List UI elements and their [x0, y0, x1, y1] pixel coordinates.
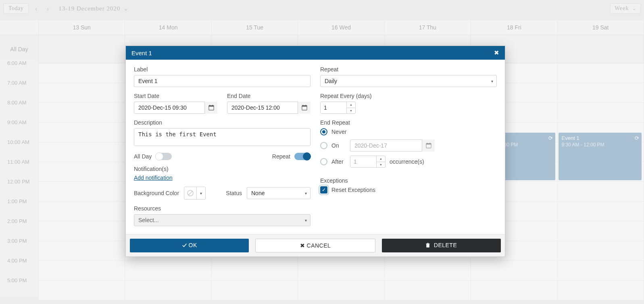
description-input[interactable]	[134, 128, 311, 146]
label-field-label: Label	[134, 66, 311, 73]
svg-rect-16	[427, 243, 429, 244]
chevron-down-icon: ▾	[196, 187, 205, 199]
repeat-select[interactable]: Daily ▾	[320, 75, 497, 87]
resources-placeholder: Select...	[138, 217, 159, 223]
calendar-icon[interactable]	[298, 102, 311, 114]
chevron-down-icon: ▾	[491, 79, 493, 83]
dialog-header: Event 1 ✖	[126, 46, 505, 60]
bgcolor-select[interactable]: ▾	[184, 187, 206, 200]
status-label: Status	[226, 190, 242, 196]
ok-button[interactable]: OK	[130, 239, 249, 252]
status-select[interactable]: None ▾	[247, 187, 311, 199]
repeat-label: Repeat	[320, 66, 497, 73]
svg-rect-2	[209, 105, 210, 106]
dialog-footer: OK ✖ CANCEL DELETE	[126, 234, 505, 256]
repeat-toggle[interactable]	[294, 153, 311, 160]
resources-select[interactable]: Select... ▾	[134, 214, 311, 226]
end-repeat-never-radio[interactable]	[320, 128, 327, 135]
allday-label: All Day	[134, 153, 152, 160]
calendar-icon[interactable]	[204, 102, 217, 114]
allday-toggle[interactable]	[156, 153, 172, 160]
end-repeat-after-input[interactable]: ▲ ▼	[350, 156, 386, 168]
label-input[interactable]	[134, 75, 311, 87]
repeat-value: Daily	[325, 78, 337, 84]
status-value: None	[251, 190, 265, 196]
end-repeat-after-label: After	[331, 158, 346, 165]
svg-rect-15	[426, 244, 430, 244]
repeat-toggle-label: Repeat	[272, 153, 290, 160]
svg-rect-14	[427, 244, 430, 248]
end-repeat-after-suffix: occurrence(s)	[390, 158, 424, 165]
empty-swatch-icon	[184, 187, 196, 199]
end-repeat-after-value[interactable]	[350, 156, 376, 167]
end-date-label: End Date	[227, 93, 311, 99]
chevron-down-icon: ▾	[305, 191, 307, 196]
svg-rect-13	[429, 143, 430, 144]
spin-up-icon[interactable]: ▲	[347, 102, 355, 108]
chevron-down-icon: ▾	[305, 218, 307, 223]
dialog-left-column: Label Start Date End Date	[134, 66, 311, 226]
svg-rect-12	[427, 143, 427, 144]
bgcolor-label: Background Color	[134, 190, 179, 196]
end-repeat-on-radio[interactable]	[320, 142, 327, 149]
description-label: Description	[134, 119, 311, 126]
end-repeat-label: End Repeat	[320, 119, 497, 126]
svg-rect-6	[302, 105, 303, 106]
repeat-every-label: Repeat Every (days)	[320, 93, 497, 99]
add-notification-link[interactable]: Add notification	[134, 175, 173, 181]
spin-down-icon[interactable]: ▼	[377, 162, 385, 168]
event-dialog: Event 1 ✖ Label Start Date	[125, 46, 505, 257]
reset-exceptions-label: Reset Exceptions	[331, 187, 375, 193]
notifications-label: Notification(s)	[134, 166, 311, 172]
delete-button[interactable]: DELETE	[382, 239, 501, 252]
calendar-icon[interactable]	[422, 140, 435, 152]
spin-up-icon[interactable]: ▲	[377, 156, 385, 162]
start-date-label: Start Date	[134, 93, 217, 99]
end-repeat-never-label: Never	[331, 129, 346, 135]
resources-label: Resources	[134, 205, 311, 212]
end-repeat-on-label: On	[331, 142, 346, 149]
repeat-every-value[interactable]	[321, 102, 346, 113]
svg-rect-3	[212, 105, 213, 106]
repeat-every-input[interactable]: ▲ ▼	[320, 102, 356, 114]
spin-down-icon[interactable]: ▼	[347, 108, 355, 114]
dialog-title: Event 1	[131, 50, 152, 56]
close-icon[interactable]: ✖	[494, 49, 499, 56]
reset-exceptions-checkbox[interactable]: ✓	[320, 186, 327, 194]
svg-rect-7	[305, 105, 306, 106]
exceptions-label: Exceptions	[320, 177, 497, 184]
dialog-right-column: Repeat Daily ▾ Repeat Every (days) ▲ ▼ E…	[320, 66, 497, 226]
svg-line-9	[188, 191, 192, 195]
end-repeat-after-radio[interactable]	[320, 158, 327, 165]
cancel-button[interactable]: ✖ CANCEL	[255, 239, 375, 252]
